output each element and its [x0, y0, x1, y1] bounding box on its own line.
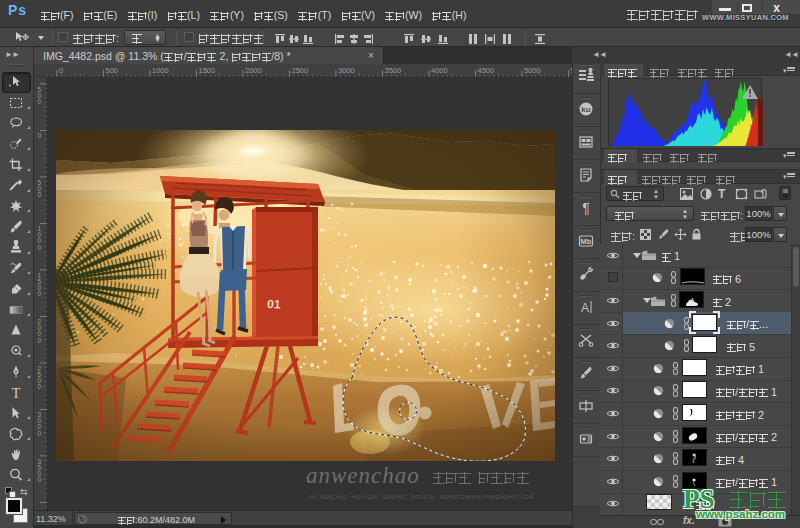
- svg-text:0: 0: [38, 430, 42, 437]
- svg-text:5000: 5000: [524, 66, 541, 75]
- svg-text:ku: ku: [581, 105, 590, 114]
- svg-text:0: 0: [38, 244, 42, 251]
- svg-text:0: 0: [38, 337, 42, 344]
- svg-text:1000: 1000: [152, 66, 169, 75]
- svg-text:Mb: Mb: [581, 237, 592, 246]
- svg-text:4000: 4000: [431, 66, 448, 75]
- svg-text:3500: 3500: [385, 66, 402, 75]
- svg-text:2500: 2500: [292, 66, 309, 75]
- svg-text:0: 0: [38, 132, 42, 139]
- svg-text:¶: ¶: [582, 200, 590, 216]
- svg-text:0: 0: [59, 66, 63, 75]
- svg-text:0: 0: [38, 191, 42, 198]
- svg-text:2000: 2000: [245, 66, 262, 75]
- svg-text:4500: 4500: [478, 66, 495, 75]
- svg-text:0: 0: [38, 98, 42, 105]
- svg-text:0: 0: [38, 290, 42, 297]
- svg-text:1500: 1500: [199, 66, 216, 75]
- svg-text:T: T: [12, 386, 21, 401]
- svg-text:A: A: [581, 301, 589, 315]
- svg-text:0: 0: [38, 476, 42, 483]
- svg-text:3000: 3000: [338, 66, 355, 75]
- svg-text:0: 0: [38, 383, 42, 390]
- svg-text:500: 500: [106, 66, 119, 75]
